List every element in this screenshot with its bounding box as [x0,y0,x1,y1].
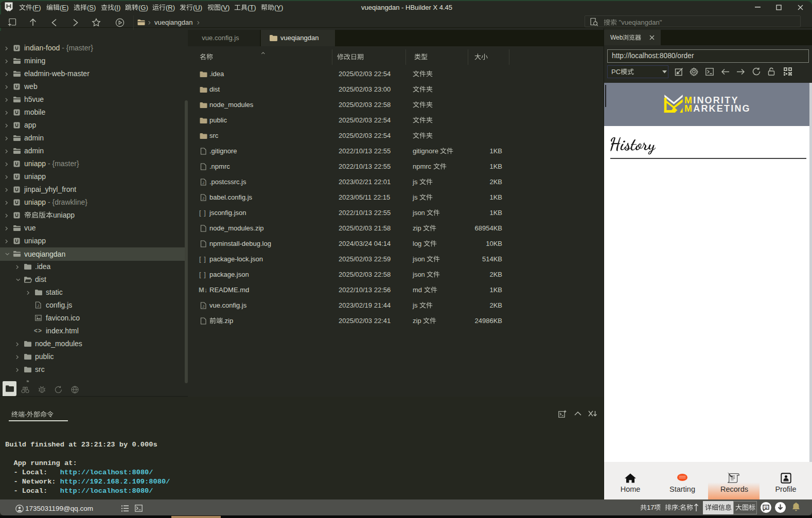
svg-text:J: J [37,303,39,308]
svg-text:J: J [202,181,204,185]
svg-text:J: J [202,196,204,201]
svg-text:U: U [765,506,767,509]
svg-text:J: J [202,304,204,309]
